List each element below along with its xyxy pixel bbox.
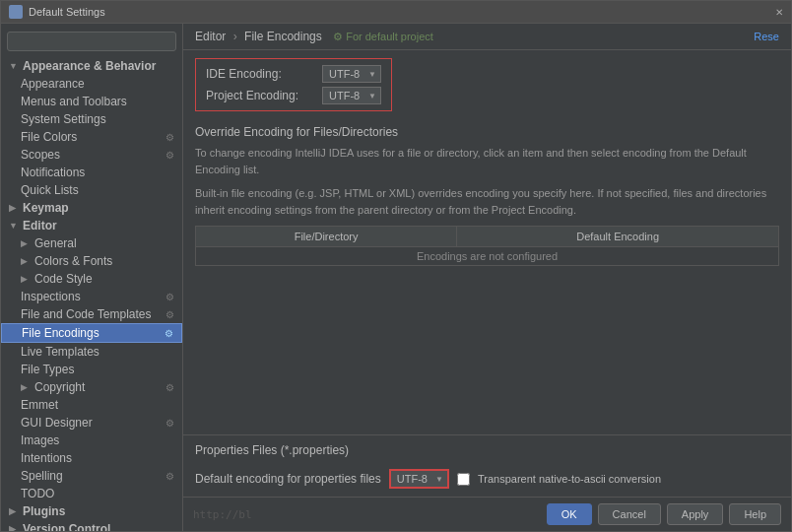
ide-encoding-row: IDE Encoding: UTF-8 <box>206 65 381 83</box>
properties-title: Properties Files (*.properties) <box>195 443 349 457</box>
encoding-box: IDE Encoding: UTF-8 Project Encoding: UT… <box>195 58 392 111</box>
sidebar-item-spelling[interactable]: Spelling ⚙ <box>1 467 182 485</box>
override-section: Override Encoding for Files/Directories … <box>195 125 779 266</box>
project-encoding-label: Project Encoding: <box>206 89 314 102</box>
cancel-button[interactable]: Cancel <box>598 503 661 525</box>
sidebar-item-file-encodings[interactable]: File Encodings ⚙ <box>1 323 182 343</box>
sidebar-label: Scopes <box>21 148 60 162</box>
close-button[interactable]: ✕ <box>775 7 783 18</box>
project-encoding-dropdown[interactable]: UTF-8 <box>322 87 381 104</box>
sidebar-label: TODO <box>21 487 54 500</box>
expand-icon: ▶ <box>9 506 19 516</box>
expand-icon: ▶ <box>21 382 31 392</box>
override-title: Override Encoding for Files/Directories <box>195 125 779 139</box>
sidebar-item-plugins[interactable]: ▶ Plugins <box>1 502 182 520</box>
sidebar-item-intentions[interactable]: Intentions <box>1 449 182 467</box>
sidebar-label: Editor <box>23 219 57 233</box>
right-panel: Editor › File Encodings ⚙ For default pr… <box>183 24 791 531</box>
settings-icon: ⚙ <box>165 418 174 429</box>
breadcrumb-separator: › <box>233 30 240 43</box>
sidebar-item-colors-fonts[interactable]: ▶ Colors & Fonts <box>1 252 182 270</box>
apply-button[interactable]: Apply <box>667 503 724 525</box>
expand-icon: ▶ <box>21 274 31 284</box>
transparent-label-text: Transparent native-to-ascii conversion <box>478 473 661 485</box>
sidebar: ▼ Appearance & Behavior Appearance Menus… <box>1 24 183 531</box>
sidebar-label: Images <box>21 433 59 447</box>
reset-link[interactable]: Rese <box>754 31 779 42</box>
sidebar-item-copyright[interactable]: ▶ Copyright ⚙ <box>1 378 182 396</box>
bottom-bar: http://bl OK Cancel Apply Help <box>183 497 791 531</box>
table-empty-message: Encodings are not configured <box>196 247 779 266</box>
default-encoding-props-label: Default encoding for properties files <box>195 472 381 486</box>
transparent-checkbox[interactable] <box>457 473 470 486</box>
sidebar-label: Appearance <box>21 77 85 91</box>
sidebar-item-emmet[interactable]: Emmet <box>1 396 182 414</box>
sidebar-label: Version Control <box>23 522 110 531</box>
sidebar-label: Spelling <box>21 469 63 483</box>
sidebar-item-inspections[interactable]: Inspections ⚙ <box>1 288 182 305</box>
help-button[interactable]: Help <box>729 503 781 525</box>
sidebar-item-notifications[interactable]: Notifications <box>1 164 182 181</box>
ide-encoding-label: IDE Encoding: <box>206 67 314 81</box>
sidebar-item-appearance[interactable]: Appearance <box>1 75 182 93</box>
settings-icon: ⚙ <box>165 382 174 393</box>
sidebar-item-gui-designer[interactable]: GUI Designer ⚙ <box>1 414 182 432</box>
sidebar-label: Menus and Toolbars <box>21 95 127 108</box>
expand-icon: ▼ <box>9 221 19 231</box>
search-input[interactable] <box>7 32 176 51</box>
sidebar-item-file-types[interactable]: File Types <box>1 361 182 378</box>
properties-section: Properties Files (*.properties) <box>183 434 791 465</box>
breadcrumb: Editor › File Encodings ⚙ For default pr… <box>195 30 433 43</box>
sidebar-item-general[interactable]: ▶ General <box>1 234 182 252</box>
table-col-encoding: Default Encoding <box>457 227 779 247</box>
sidebar-label: File Types <box>21 363 74 376</box>
sidebar-item-images[interactable]: Images <box>1 432 182 449</box>
sidebar-item-scopes[interactable]: Scopes ⚙ <box>1 146 182 164</box>
sidebar-label: Code Style <box>34 272 93 286</box>
expand-icon: ▶ <box>21 256 31 266</box>
sidebar-label: Colors & Fonts <box>34 254 112 268</box>
sidebar-item-todo[interactable]: TODO <box>1 485 182 502</box>
sidebar-item-file-code-templates[interactable]: File and Code Templates ⚙ <box>1 305 182 323</box>
settings-icon: ⚙ <box>165 328 173 339</box>
sidebar-label: Live Templates <box>21 345 99 359</box>
override-text2: Built-in file encoding (e.g. JSP, HTML o… <box>195 185 779 218</box>
sidebar-item-keymap[interactable]: ▶ Keymap <box>1 199 182 217</box>
ide-encoding-dropdown[interactable]: UTF-8 <box>322 65 381 83</box>
sidebar-item-system-settings[interactable]: System Settings <box>1 110 182 128</box>
expand-icon: ▶ <box>9 524 19 531</box>
expand-icon: ▶ <box>9 203 19 213</box>
settings-icon: ⚙ <box>165 132 174 143</box>
sidebar-label: Plugins <box>23 504 65 518</box>
sidebar-label: Emmet <box>21 398 58 412</box>
breadcrumb-current: File Encodings <box>244 30 322 43</box>
sidebar-label: Notifications <box>21 166 85 179</box>
sidebar-label: Appearance & Behavior <box>23 59 156 73</box>
table-col-file: File/Directory <box>196 227 457 247</box>
transparent-checkbox-label[interactable]: Transparent native-to-ascii conversion <box>457 473 661 486</box>
sidebar-item-quick-lists[interactable]: Quick Lists <box>1 181 182 199</box>
sidebar-label: GUI Designer <box>21 416 93 430</box>
sidebar-label: System Settings <box>21 112 106 126</box>
sidebar-label: File Encodings <box>22 326 99 340</box>
title-bar: Default Settings ✕ <box>1 1 791 24</box>
sidebar-item-code-style[interactable]: ▶ Code Style <box>1 270 182 288</box>
sidebar-label: Intentions <box>21 451 72 465</box>
settings-icon: ⚙ <box>165 292 174 302</box>
for-default-label: ⚙ For default project <box>333 31 433 42</box>
sidebar-item-live-templates[interactable]: Live Templates <box>1 343 182 361</box>
sidebar-item-editor[interactable]: ▼ Editor <box>1 217 182 234</box>
sidebar-item-appearance-behavior[interactable]: ▼ Appearance & Behavior <box>1 57 182 75</box>
settings-icon: ⚙ <box>165 150 174 161</box>
sidebar-item-version-control[interactable]: ▶ Version Control <box>1 520 182 531</box>
sidebar-item-menus-toolbars[interactable]: Menus and Toolbars <box>1 93 182 110</box>
expand-icon: ▶ <box>21 238 31 248</box>
main-content: ▼ Appearance & Behavior Appearance Menus… <box>1 24 791 531</box>
sidebar-label: Inspections <box>21 290 81 303</box>
sidebar-item-file-colors[interactable]: File Colors ⚙ <box>1 128 182 146</box>
title-bar-left: Default Settings <box>9 5 105 19</box>
properties-encoding-row: Default encoding for properties files UT… <box>183 465 791 497</box>
table-empty-row: Encodings are not configured <box>196 247 779 266</box>
properties-encoding-dropdown[interactable]: UTF-8 <box>389 469 449 489</box>
ok-button[interactable]: OK <box>547 503 592 525</box>
